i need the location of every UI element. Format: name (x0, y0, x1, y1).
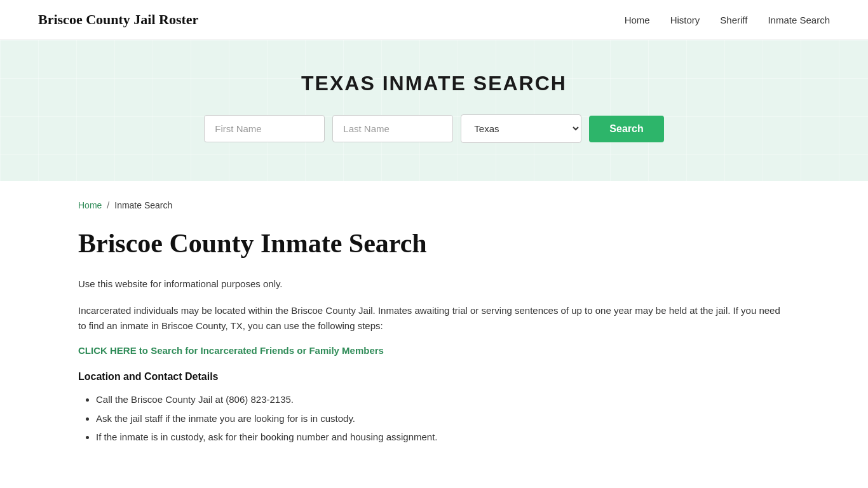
search-form: AlabamaAlaskaArizonaArkansasCaliforniaCo… (13, 114, 855, 143)
nav-history[interactable]: History (670, 15, 700, 25)
nav-home[interactable]: Home (625, 15, 650, 25)
breadcrumb: Home / Inmate Search (78, 200, 790, 210)
hero-heading: TEXAS INMATE SEARCH (13, 72, 855, 95)
main-content: Home / Inmate Search Briscoe County Inma… (40, 181, 828, 486)
site-title[interactable]: Briscoe County Jail Roster (38, 11, 198, 28)
location-heading: Location and Contact Details (78, 371, 790, 383)
breadcrumb-current: Inmate Search (114, 200, 172, 210)
info-paragraph-1: Use this website for informational purpo… (78, 276, 790, 292)
main-nav: Home History Sheriff Inmate Search (625, 15, 830, 25)
first-name-input[interactable] (204, 115, 325, 142)
breadcrumb-home[interactable]: Home (78, 200, 102, 210)
nav-sheriff[interactable]: Sheriff (720, 15, 747, 25)
nav-inmate-search[interactable]: Inmate Search (768, 15, 830, 25)
state-select[interactable]: AlabamaAlaskaArizonaArkansasCaliforniaCo… (461, 114, 581, 143)
site-header: Briscoe County Jail Roster Home History … (0, 0, 868, 40)
list-item: Call the Briscoe County Jail at (806) 82… (96, 391, 790, 408)
cta-search-link[interactable]: CLICK HERE to Search for Incarcerated Fr… (78, 345, 384, 356)
last-name-input[interactable] (332, 115, 453, 142)
list-item: If the inmate is in custody, ask for the… (96, 429, 790, 445)
hero-banner: TEXAS INMATE SEARCH AlabamaAlaskaArizona… (0, 40, 868, 181)
location-list: Call the Briscoe County Jail at (806) 82… (78, 391, 790, 445)
page-title: Briscoe County Inmate Search (78, 228, 790, 259)
breadcrumb-separator: / (107, 200, 109, 210)
list-item: Ask the jail staff if the inmate you are… (96, 410, 790, 427)
info-paragraph-2: Incarcerated individuals may be located … (78, 303, 790, 334)
search-button[interactable]: Search (589, 116, 663, 142)
